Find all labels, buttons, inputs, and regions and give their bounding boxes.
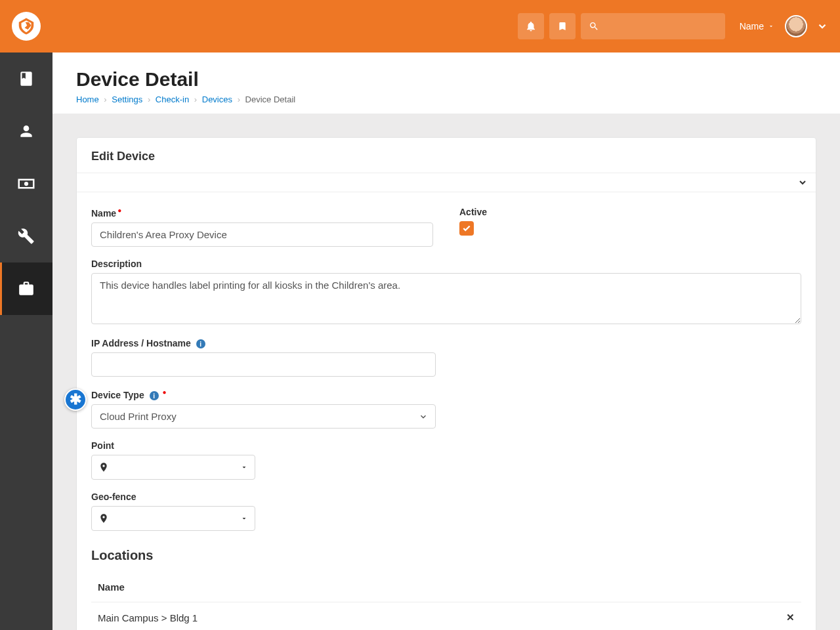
- avatar[interactable]: [785, 15, 807, 37]
- breadcrumb: Home › Settings › Check-in › Devices › D…: [76, 94, 816, 104]
- bell-icon: [525, 20, 537, 32]
- description-input[interactable]: [91, 273, 801, 324]
- table-row: Main Campus > Bldg 1 ✕: [91, 602, 801, 630]
- breadcrumb-sep: ›: [148, 94, 150, 104]
- required-indicator: ●: [162, 388, 166, 396]
- sidebar-item-book[interactable]: [0, 52, 52, 105]
- money-icon: [16, 174, 36, 194]
- description-label: Description: [91, 259, 801, 269]
- caret-down-icon: [240, 514, 248, 522]
- sidebar-item-finance[interactable]: [0, 158, 52, 210]
- search-input[interactable]: [581, 13, 725, 39]
- active-checkbox[interactable]: [459, 221, 474, 236]
- asterisk-icon: ✱: [70, 391, 81, 408]
- breadcrumb-sep: ›: [104, 94, 106, 104]
- chevron-down-icon: [816, 20, 828, 32]
- info-icon[interactable]: i: [150, 391, 159, 400]
- bookmarks-button[interactable]: [549, 13, 576, 39]
- location-name: Main Campus > Bldg 1: [91, 602, 775, 630]
- geofence-picker[interactable]: [91, 506, 255, 531]
- breadcrumb-sep: ›: [194, 94, 197, 104]
- ip-input[interactable]: [91, 352, 436, 377]
- sidebar: [0, 52, 52, 630]
- header-expand[interactable]: [812, 16, 832, 36]
- locations-title: Locations: [91, 548, 801, 563]
- help-fab[interactable]: ✱: [64, 388, 87, 411]
- point-label: Point: [91, 440, 801, 451]
- breadcrumb-sep: ›: [238, 94, 240, 104]
- check-icon: [462, 224, 471, 233]
- caret-down-icon: [240, 463, 248, 471]
- map-pin-icon: [98, 462, 109, 472]
- geofence-label: Geo-fence: [91, 492, 801, 502]
- remove-location-button[interactable]: ✕: [775, 602, 801, 630]
- locations-table: Name Main Campus > Bldg 1 ✕: [91, 572, 801, 630]
- locations-col-name: Name: [91, 572, 775, 602]
- search-icon: [589, 21, 599, 32]
- caret-down-icon: [768, 23, 774, 30]
- breadcrumb-link[interactable]: Check-in: [156, 94, 189, 104]
- device-type-label: Device Type i ●: [91, 388, 436, 400]
- breadcrumb-link[interactable]: Devices: [202, 94, 232, 104]
- device-type-select[interactable]: Cloud Print Proxy: [91, 404, 436, 429]
- sidebar-item-tools[interactable]: [0, 210, 52, 262]
- breadcrumb-current: Device Detail: [245, 94, 296, 104]
- sidebar-item-admin[interactable]: [0, 262, 52, 315]
- page-header: Device Detail Home › Settings › Check-in…: [52, 52, 840, 114]
- edit-panel: Edit Device Name●: [76, 137, 816, 630]
- briefcase-icon: [18, 280, 35, 297]
- person-icon: [18, 123, 35, 140]
- topbar: Name: [0, 0, 840, 52]
- logo[interactable]: [12, 12, 41, 41]
- point-picker[interactable]: [91, 455, 255, 480]
- sidebar-item-people[interactable]: [0, 105, 52, 158]
- wrench-icon: [18, 228, 35, 245]
- ip-label: IP Address / Hostname i: [91, 338, 436, 349]
- breadcrumb-link[interactable]: Home: [76, 94, 99, 104]
- brand-icon: [16, 16, 36, 36]
- chevron-down-icon: [797, 177, 808, 188]
- notifications-button[interactable]: [518, 13, 544, 39]
- panel-title: Edit Device: [77, 138, 816, 173]
- required-indicator: ●: [117, 207, 121, 214]
- user-menu[interactable]: Name: [734, 21, 780, 32]
- active-label: Active: [459, 207, 801, 217]
- book-icon: [18, 70, 35, 87]
- panel-collapse-toggle[interactable]: [77, 173, 816, 192]
- breadcrumb-link[interactable]: Settings: [112, 94, 142, 104]
- page-title: Device Detail: [76, 68, 816, 91]
- user-label: Name: [740, 21, 764, 32]
- bookmark-icon: [557, 20, 568, 32]
- map-pin-icon: [98, 513, 109, 524]
- name-input[interactable]: [91, 222, 433, 247]
- info-icon[interactable]: i: [196, 339, 205, 348]
- name-label: Name●: [91, 207, 433, 219]
